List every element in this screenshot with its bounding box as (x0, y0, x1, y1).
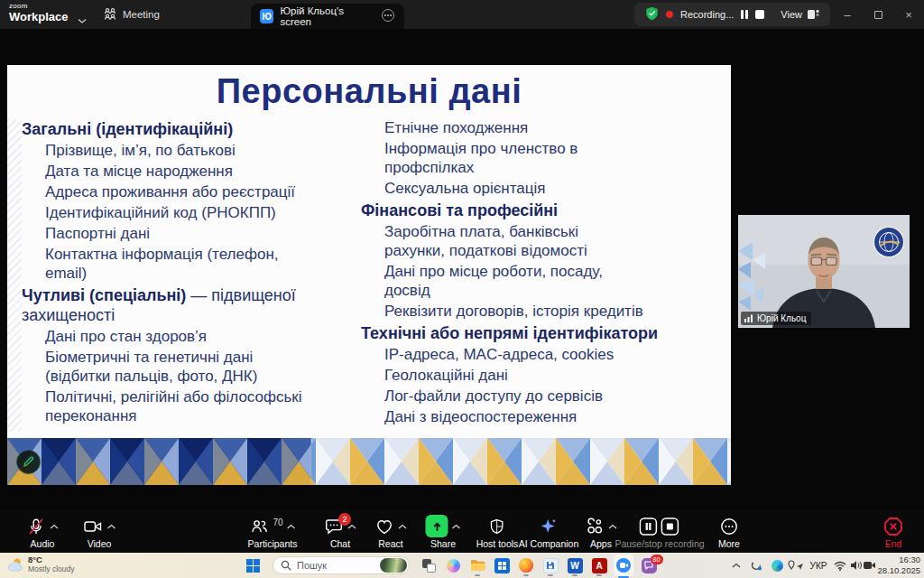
language-indicator[interactable]: УКР (807, 555, 830, 576)
clock-date: 28.10.2025 (877, 565, 920, 576)
chat-label: Chat (330, 538, 350, 549)
minimize-button[interactable]: – (832, 0, 863, 29)
annotate-button[interactable] (16, 450, 41, 474)
windows-logo-icon (246, 559, 260, 573)
react-button[interactable]: React (374, 515, 407, 549)
weather-desc: Mostly cloudy (28, 564, 75, 573)
recording-label: Recording... (680, 9, 734, 20)
file-explorer-button[interactable] (467, 555, 488, 576)
apps-button[interactable]: Apps (585, 515, 617, 549)
start-button[interactable] (242, 555, 263, 576)
clock[interactable]: 16:30 28.10.2025 (877, 555, 920, 576)
video-button[interactable]: Video (83, 515, 116, 549)
university-logo (873, 227, 904, 257)
slide-item: IP-адреса, MAC-адреса, cookies (361, 345, 724, 364)
microsoft-store-button[interactable] (491, 555, 513, 576)
search-input[interactable]: Пошук (273, 556, 410, 574)
zoom-meeting-window: zoom Workplace Meeting Ю Юрій Кльоц's sc… (0, 0, 924, 578)
chat-badge: 2 (338, 513, 351, 526)
pause-recording-button[interactable] (741, 10, 748, 19)
copilot-icon (447, 559, 460, 573)
slide-item: Політичні, релігійні або філософські пер… (22, 387, 361, 425)
clock-time: 16:30 (877, 555, 920, 565)
slide-columns: Загальні (ідентифікаційні)Прізвище, ім’я… (7, 113, 731, 428)
pause-stop-recording-icon (639, 517, 680, 536)
chat-button[interactable]: 2 Chat (324, 515, 356, 549)
participant-name-pill: Юрій Кльоц (741, 312, 811, 325)
ai-companion-button[interactable]: AI Companion (519, 515, 579, 549)
tray-edge-icon[interactable] (768, 555, 786, 576)
firefox-button[interactable] (515, 555, 537, 576)
pause-stop-recording-buttons[interactable]: Pause/stop recording (614, 515, 704, 549)
more-button[interactable]: More (718, 515, 740, 549)
heart-icon (374, 517, 394, 536)
tab-screen-label: Юрій Кльоц's screen (280, 5, 374, 27)
video-chevron-icon (107, 524, 116, 529)
store-icon (494, 558, 510, 573)
workspace-chevron-down-icon[interactable] (78, 11, 87, 27)
host-tools-label: Host tools (476, 538, 519, 549)
participants-count: 70 (273, 517, 282, 527)
slide-section-header: Фінансові та професійні (361, 200, 724, 220)
tab-options-ellipsis-icon[interactable] (381, 8, 395, 24)
stop-recording-button[interactable] (755, 10, 764, 19)
react-label: React (378, 538, 402, 549)
ai-companion-label: AI Companion (519, 538, 579, 549)
end-label: End (885, 538, 902, 549)
share-chevron-icon (452, 524, 461, 529)
tray-location-icon[interactable] (787, 555, 805, 576)
language-label: УКР (810, 561, 827, 571)
tray-chevron-up-icon[interactable] (727, 555, 745, 576)
search-daily-image (380, 558, 407, 573)
titlebar: zoom Workplace Meeting Ю Юрій Кльоц's sc… (0, 0, 924, 29)
logo-zoom-text: zoom (9, 3, 69, 10)
slide-item: Інформація про членство в профспілках (361, 139, 724, 177)
zoom-app-icon (614, 555, 633, 576)
tray-sync-icon[interactable] (747, 555, 765, 576)
acrobat-button[interactable]: A (588, 555, 610, 576)
camera-icon (83, 517, 104, 536)
logo-workplace-text: Workplace (9, 11, 69, 23)
weather-widget[interactable]: 8°C Mostly cloudy (5, 555, 75, 574)
participant-name: Юрій Кльоц (757, 313, 806, 323)
participant-video-tile[interactable]: Юрій Кльоц (738, 215, 910, 328)
camera-tray-icon[interactable] (861, 555, 879, 576)
folder-icon (470, 559, 485, 572)
zoom-taskbar-button[interactable] (613, 555, 634, 576)
tab-shared-screen[interactable]: Ю Юрій Кльоц's screen (251, 4, 404, 29)
viber-button[interactable]: 80 (638, 555, 660, 576)
weather-icon (5, 557, 23, 572)
participants-button[interactable]: 70 Participants (248, 515, 298, 549)
pause-stop-recording-label: Pause/stop recording (614, 538, 704, 549)
audio-level-icon (744, 314, 753, 322)
copilot-button[interactable] (442, 555, 464, 576)
share-button[interactable]: Share (426, 515, 461, 549)
search-icon (281, 560, 291, 571)
paint-app-button[interactable] (540, 555, 561, 576)
task-view-button[interactable] (418, 555, 439, 576)
host-tools-button[interactable]: Host tools (476, 515, 519, 549)
slide-item: Лог-файли доступу до сервісів (361, 387, 724, 406)
slide-item: Прізвище, ім’я, по батькові (22, 141, 361, 160)
slide-item: Паспортні дані (22, 224, 361, 243)
slide-section-header: Технічні або непрямі ідентифікатори (361, 323, 724, 343)
tab-meeting[interactable]: Meeting (95, 0, 169, 29)
security-shield-icon[interactable] (645, 6, 659, 23)
end-button[interactable]: End (882, 515, 904, 549)
word-button[interactable]: W (564, 555, 586, 576)
meeting-toolbar: Audio Video 70 Participants 2 (0, 510, 924, 553)
audio-button[interactable]: Audio (26, 515, 59, 549)
view-layout-icon (807, 9, 819, 20)
close-button[interactable]: × (893, 0, 924, 29)
view-button[interactable]: View (781, 9, 819, 20)
maximize-button[interactable] (863, 0, 893, 29)
slide-title: Персональні дані (7, 72, 731, 111)
audio-label: Audio (31, 538, 55, 549)
firefox-icon (519, 558, 533, 573)
slide-item: Біометричні та генетичні дані (відбитки … (22, 348, 361, 386)
slide-item: Контактна інформація (телефон, email) (22, 245, 361, 283)
tab-meeting-label: Meeting (123, 9, 160, 20)
share-label: Share (430, 538, 456, 549)
slide-item: Реквізити договорів, історія кредитів (361, 302, 724, 321)
slide-item: Дані з відеоспостереження (361, 407, 724, 426)
